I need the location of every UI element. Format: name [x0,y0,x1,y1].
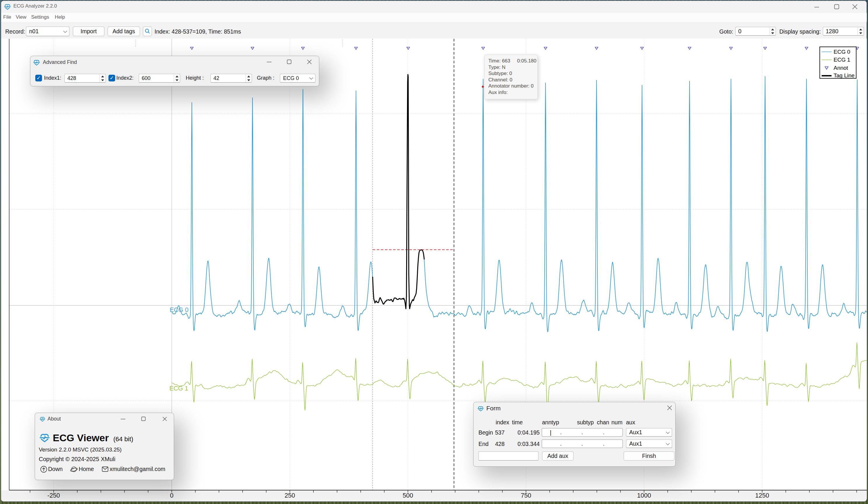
svg-text:-250: -250 [47,492,60,499]
svg-text:Annot: Annot [834,65,848,71]
svg-text:ECG 1: ECG 1 [834,57,850,63]
svg-text:500: 500 [403,492,413,499]
svg-text:0: 0 [170,492,174,499]
svg-text:ECG 0: ECG 0 [170,306,189,313]
svg-text:1000: 1000 [637,492,651,499]
svg-text:1250: 1250 [755,492,769,499]
svg-text:ECG 1: ECG 1 [169,385,188,392]
svg-text:Tag Line: Tag Line [834,72,855,79]
svg-text:ECG 0: ECG 0 [834,49,850,55]
svg-text:250: 250 [285,492,295,499]
svg-text:750: 750 [521,492,531,499]
